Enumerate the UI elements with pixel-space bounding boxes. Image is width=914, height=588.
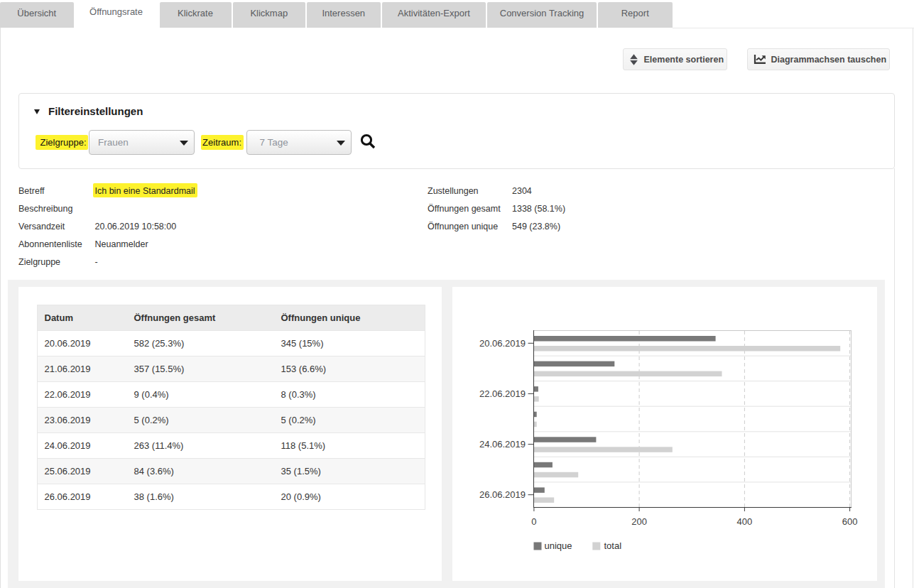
svg-text:26.06.2019: 26.06.2019 (479, 489, 526, 500)
svg-text:400: 400 (737, 516, 753, 527)
svg-text:24.06.2019: 24.06.2019 (479, 439, 526, 450)
svg-text:unique: unique (545, 540, 572, 551)
svg-text:600: 600 (842, 516, 858, 527)
svg-text:200: 200 (631, 516, 647, 527)
svg-text:22.06.2019: 22.06.2019 (479, 388, 526, 398)
svg-text:0: 0 (531, 516, 536, 527)
svg-text:20.06.2019: 20.06.2019 (479, 337, 526, 348)
svg-text:total: total (604, 540, 622, 551)
